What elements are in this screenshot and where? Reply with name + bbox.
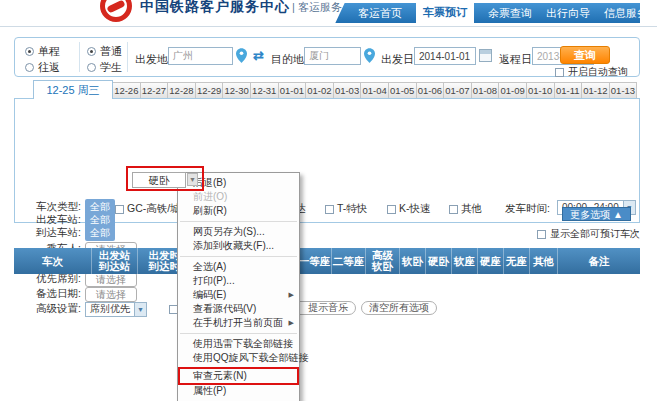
depart-date-input[interactable]: 2014-01-01 — [414, 47, 476, 65]
menu-select-all[interactable]: 全选(A) — [178, 260, 299, 274]
menu-forward: 前进(O) — [178, 190, 299, 204]
date-tab[interactable]: 01-08 — [472, 82, 500, 99]
arrive-station-all-badge[interactable]: 全部 — [85, 225, 115, 241]
table-column-header: 出发站 到达站 — [92, 248, 138, 274]
menu-encoding[interactable]: 编码(E)▶ — [178, 288, 299, 302]
date-tab[interactable]: 01-03 — [334, 82, 362, 99]
nav-passenger-home[interactable]: 客运首页 — [358, 6, 402, 21]
filter-t-option[interactable]: T-特快 — [325, 202, 367, 216]
to-input[interactable]: 厦门 — [304, 47, 361, 65]
date-tab[interactable]: 01-10 — [527, 82, 555, 99]
filter-k-option[interactable]: K-快速 — [387, 202, 431, 216]
menu-qq-download[interactable]: 使用QQ旋风下载全部链接 — [178, 351, 299, 365]
advanced-settings-label: 高级设置: — [19, 302, 81, 316]
gc-checkbox[interactable] — [115, 205, 124, 214]
date-tab[interactable]: 01-07 — [444, 82, 472, 99]
date-tab[interactable]: 01-04 — [361, 82, 389, 99]
show-all-checkbox[interactable] — [537, 230, 546, 239]
depart-time-label: 发车时间: — [505, 202, 550, 216]
menu-add-to-favorites[interactable]: 添加到收藏夹(F)... — [178, 239, 299, 253]
radio-roundtrip-icon[interactable] — [25, 63, 34, 72]
divider — [79, 42, 80, 72]
filter-panel: 车次类型: 全部 GC-高铁/城际 D-动车 Z-直达 T-特快 K-快速 其他… — [14, 98, 640, 223]
nav-info-service[interactable]: 信息服务 — [604, 6, 648, 21]
k-checkbox[interactable] — [387, 205, 396, 214]
from-input[interactable]: 广州 — [168, 47, 233, 65]
site-subtitle: | 客运服务 — [292, 0, 342, 15]
t-checkbox[interactable] — [325, 205, 334, 214]
header-divider — [0, 26, 657, 27]
alt-date-select-button[interactable]: 请选择 — [85, 287, 137, 302]
date-tab[interactable]: 01-01 — [279, 82, 307, 99]
advanced-dropdown-icon[interactable]: ▼ — [134, 303, 146, 316]
date-tab[interactable]: 12-27 — [141, 82, 169, 99]
clear-all-options-button[interactable]: 清空所有选项 — [361, 301, 437, 315]
date-tab[interactable]: 01-13 — [610, 82, 638, 99]
table-column-header: 其他 — [530, 248, 558, 274]
table-column-header: 软卧 — [400, 248, 426, 274]
table-column-header: 备注 — [558, 248, 640, 274]
date-tab[interactable]: 01-09 — [499, 82, 527, 99]
arrive-station-label: 到达车站: — [19, 226, 81, 240]
context-menu: 后退(B) 前进(O) 刷新(R) 网页另存为(S)... 添加到收藏夹(F).… — [177, 172, 300, 401]
depart-calendar-icon[interactable] — [479, 49, 492, 62]
ticket-normal-option[interactable]: 普通 — [87, 44, 122, 59]
auto-query-option[interactable]: 开启自动查询 — [555, 65, 628, 79]
menu-save-page-as[interactable]: 网页另存为(S)... — [178, 225, 299, 239]
menu-print[interactable]: 打印(P)... — [178, 274, 299, 288]
date-tab[interactable]: 01-02 — [306, 82, 334, 99]
train-type-label: 车次类型: — [19, 200, 81, 214]
date-tab-active[interactable]: 12-25 周三 — [33, 80, 113, 99]
radio-normal-icon[interactable] — [87, 47, 96, 56]
nav-ticket-booking[interactable]: 车票预订 — [416, 2, 474, 24]
menu-view-source[interactable]: 查看源代码(V) — [178, 302, 299, 316]
other-checkbox[interactable] — [449, 205, 458, 214]
priority-seat-label: 优先席别: — [19, 272, 81, 286]
nav-remaining-tickets[interactable]: 余票查询 — [488, 6, 532, 21]
advanced-settings-select[interactable]: 席别优先 ▼ — [85, 302, 147, 317]
date-tab[interactable]: 12-30 — [223, 82, 251, 99]
menu-separator — [180, 221, 297, 222]
site-title: 中国铁路客户服务中心 — [140, 0, 290, 16]
menu-thunder-download[interactable]: 使用迅雷下载全部链接 — [178, 337, 299, 351]
menu-refresh[interactable]: 刷新(R) — [178, 204, 299, 218]
table-column-header: 无座 — [504, 248, 530, 274]
date-tab[interactable]: 12-29 — [196, 82, 224, 99]
date-tab[interactable]: 01-11 — [555, 82, 583, 99]
to-location-pin-icon[interactable] — [364, 48, 375, 63]
date-tab[interactable]: 01-06 — [417, 82, 445, 99]
query-button[interactable]: 查询 — [560, 46, 610, 64]
table-column-header: 车次 — [14, 248, 92, 274]
nav-travel-guide[interactable]: 出行向导 — [546, 6, 590, 21]
top-navbar: 客运首页 车票预订 余票查询 出行向导 信息服务 — [348, 3, 640, 23]
table-column-header: 硬卧 — [426, 248, 452, 274]
depart-date-label: 出发日 — [381, 52, 414, 67]
date-tab[interactable]: 12-31 — [251, 82, 279, 99]
radio-oneway-icon[interactable] — [25, 47, 34, 56]
from-label: 出发地 — [135, 52, 168, 67]
to-label: 目的地 — [271, 52, 304, 67]
railway-booking-page: 中国铁路客户服务中心 | 客运服务 客运首页 车票预订 余票查询 出行向导 信息… — [0, 0, 657, 401]
date-tab[interactable]: 12-26 — [113, 82, 141, 99]
more-options-button[interactable]: 更多选项 ▲ — [562, 207, 631, 221]
filter-other-option[interactable]: 其他 — [449, 202, 482, 216]
menu-properties[interactable]: 属性(P) — [178, 384, 299, 398]
table-column-header: 高级 软卧 — [366, 248, 400, 274]
radio-student-icon[interactable] — [87, 63, 96, 72]
from-location-pin-icon[interactable] — [236, 48, 247, 63]
results-table-header: 车次 出发站 到达站 出发时间 到达时间 一等座 二等座 高级 软卧 软卧 硬卧 — [14, 248, 640, 274]
swap-stations-icon[interactable]: ⇄ — [253, 48, 264, 63]
show-all-trains-option[interactable]: 显示全部可预订车次 — [537, 227, 640, 241]
trip-roundtrip-option[interactable]: 往返 — [25, 60, 60, 75]
date-tab[interactable]: 01-12 — [582, 82, 610, 99]
menu-open-on-phone[interactable]: 在手机打开当前页面▶ — [178, 316, 299, 330]
trip-oneway-option[interactable]: 单程 — [25, 44, 60, 59]
alt-date-label: 备选日期: — [19, 287, 81, 301]
date-tab[interactable]: 12-28 — [168, 82, 196, 99]
auto-query-checkbox[interactable] — [555, 68, 564, 77]
ticket-student-option[interactable]: 学生 — [87, 60, 122, 75]
menu-inspect-element[interactable]: 审查元素(N) — [180, 369, 297, 383]
date-tab[interactable]: 01-05 — [389, 82, 417, 99]
date-tabs: 12-2612-2712-2812-2912-3012-3101-0101-02… — [113, 82, 637, 99]
table-column-header: 一等座 — [298, 248, 332, 274]
